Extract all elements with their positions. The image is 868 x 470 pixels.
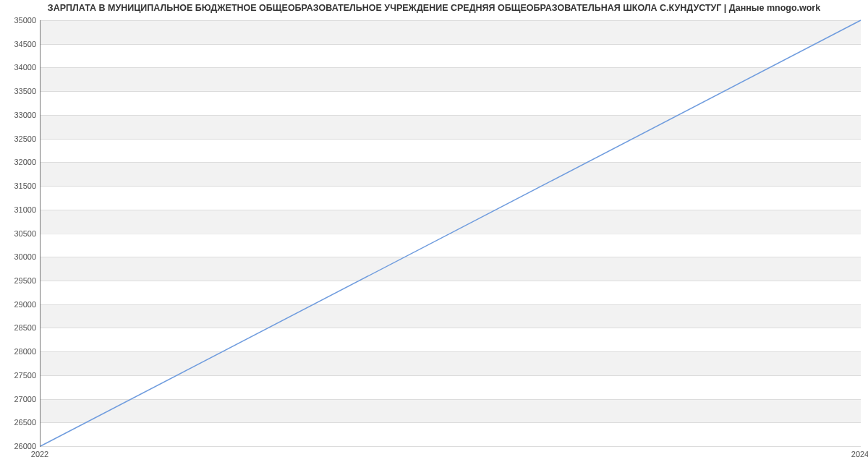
y-tick-label: 27500 <box>4 371 36 380</box>
y-tick-label: 26500 <box>4 418 36 427</box>
y-tick-label: 29500 <box>4 276 36 285</box>
series-line <box>41 20 861 446</box>
y-tick-label: 33500 <box>4 87 36 95</box>
chart-container: ЗАРПЛАТА В МУНИЦИПАЛЬНОЕ БЮДЖЕТНОЕ ОБЩЕО… <box>0 0 868 470</box>
y-tick-label: 28000 <box>4 347 36 356</box>
x-tick-label: 2022 <box>31 450 48 458</box>
plot-area <box>40 20 861 447</box>
grid-line <box>41 446 861 447</box>
y-tick-label: 28500 <box>4 323 36 332</box>
y-tick-label: 35000 <box>4 16 36 25</box>
y-tick-label: 30500 <box>4 229 36 238</box>
x-tick-label: 2024 <box>851 450 868 458</box>
y-tick-label: 29000 <box>4 300 36 309</box>
y-tick-label: 27000 <box>4 395 36 403</box>
y-tick-label: 32500 <box>4 134 36 143</box>
y-tick-label: 32000 <box>4 158 36 166</box>
line-layer <box>41 20 861 446</box>
y-tick-label: 30000 <box>4 252 36 261</box>
y-tick-label: 31500 <box>4 181 36 190</box>
y-tick-label: 34500 <box>4 40 36 48</box>
y-tick-label: 33000 <box>4 111 36 119</box>
y-tick-label: 31000 <box>4 205 36 214</box>
y-tick-label: 34000 <box>4 63 36 72</box>
chart-title: ЗАРПЛАТА В МУНИЦИПАЛЬНОЕ БЮДЖЕТНОЕ ОБЩЕО… <box>0 3 868 13</box>
